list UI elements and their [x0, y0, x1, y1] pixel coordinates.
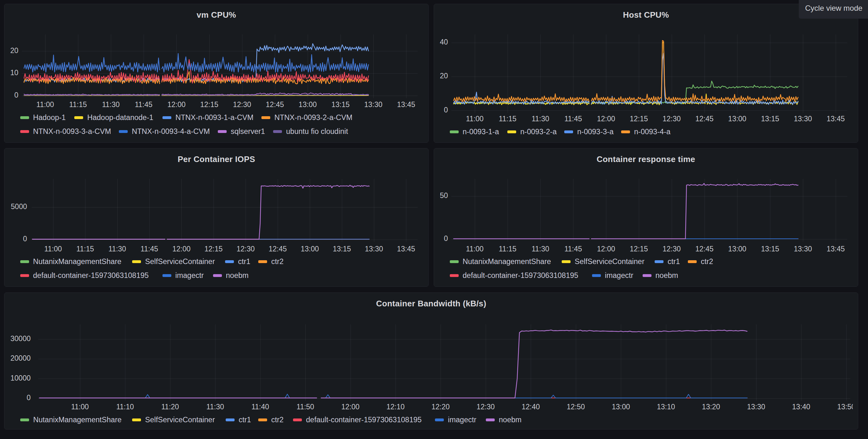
svg-text:12:15: 12:15 [630, 245, 648, 253]
svg-text:13:45: 13:45 [397, 245, 415, 253]
svg-text:13:30: 13:30 [364, 100, 382, 109]
svg-text:12:30: 12:30 [662, 245, 681, 253]
svg-text:12:45: 12:45 [269, 245, 287, 253]
svg-text:11:00: 11:00 [71, 403, 89, 411]
svg-text:12:45: 12:45 [695, 245, 714, 253]
svg-text:13:30: 13:30 [794, 115, 812, 123]
svg-text:12:45: 12:45 [266, 100, 284, 109]
svg-text:10: 10 [10, 69, 18, 77]
svg-text:13:10: 13:10 [657, 403, 675, 411]
svg-text:11:30: 11:30 [532, 245, 549, 253]
svg-text:20: 20 [440, 72, 448, 80]
svg-text:13:30: 13:30 [365, 245, 383, 253]
svg-text:12:00: 12:00 [341, 403, 360, 411]
svg-text:13:00: 13:00 [728, 115, 747, 123]
svg-text:11:00: 11:00 [466, 245, 484, 253]
svg-text:13:50: 13:50 [837, 403, 853, 411]
svg-text:5000: 5000 [11, 202, 27, 211]
svg-text:13:15: 13:15 [761, 245, 779, 253]
svg-text:13:45: 13:45 [827, 115, 845, 123]
svg-text:11:15: 11:15 [499, 115, 517, 123]
svg-text:13:00: 13:00 [612, 403, 630, 411]
svg-text:11:45: 11:45 [135, 100, 152, 109]
svg-text:40: 40 [440, 38, 448, 46]
svg-text:13:45: 13:45 [397, 100, 415, 109]
svg-text:12:15: 12:15 [200, 100, 218, 109]
svg-text:12:00: 12:00 [172, 245, 191, 253]
svg-text:0: 0 [27, 394, 31, 402]
svg-text:12:30: 12:30 [477, 403, 495, 411]
svg-text:0: 0 [14, 91, 18, 99]
svg-text:13:00: 13:00 [299, 100, 317, 109]
svg-text:11:45: 11:45 [564, 245, 582, 253]
svg-text:11:45: 11:45 [564, 115, 582, 123]
svg-text:11:30: 11:30 [108, 245, 126, 253]
svg-text:12:30: 12:30 [233, 100, 251, 109]
svg-text:12:20: 12:20 [431, 403, 450, 411]
svg-text:11:10: 11:10 [116, 403, 134, 411]
svg-text:12:00: 12:00 [597, 115, 615, 123]
svg-text:11:15: 11:15 [76, 245, 94, 253]
svg-text:20: 20 [10, 46, 18, 55]
svg-text:13:15: 13:15 [331, 100, 350, 109]
svg-text:20000: 20000 [10, 354, 31, 362]
svg-text:11:30: 11:30 [207, 403, 224, 411]
svg-text:13:00: 13:00 [301, 245, 319, 253]
svg-text:13:30: 13:30 [794, 245, 812, 253]
svg-text:11:50: 11:50 [297, 403, 314, 411]
svg-text:50: 50 [440, 192, 448, 200]
svg-text:11:40: 11:40 [251, 403, 269, 411]
svg-text:12:10: 12:10 [386, 403, 405, 411]
svg-text:0: 0 [444, 106, 448, 114]
svg-text:11:00: 11:00 [44, 245, 62, 253]
svg-text:12:15: 12:15 [205, 245, 223, 253]
svg-text:11:30: 11:30 [102, 100, 120, 109]
svg-text:13:30: 13:30 [747, 403, 765, 411]
svg-text:12:45: 12:45 [695, 115, 714, 123]
svg-text:11:20: 11:20 [161, 403, 179, 411]
svg-text:12:15: 12:15 [630, 115, 648, 123]
svg-text:10000: 10000 [10, 374, 31, 382]
svg-text:13:00: 13:00 [728, 245, 747, 253]
svg-text:11:45: 11:45 [141, 245, 158, 253]
svg-text:12:00: 12:00 [167, 100, 186, 109]
svg-text:11:00: 11:00 [36, 100, 54, 109]
svg-text:0: 0 [444, 234, 448, 242]
svg-text:12:30: 12:30 [237, 245, 255, 253]
svg-text:13:15: 13:15 [333, 245, 351, 253]
svg-text:11:15: 11:15 [499, 245, 517, 253]
svg-text:12:00: 12:00 [597, 245, 615, 253]
svg-text:13:20: 13:20 [702, 403, 720, 411]
svg-text:12:50: 12:50 [567, 403, 585, 411]
svg-text:11:15: 11:15 [69, 100, 87, 109]
svg-text:11:00: 11:00 [466, 115, 484, 123]
svg-text:13:45: 13:45 [827, 245, 845, 253]
svg-text:12:40: 12:40 [522, 403, 540, 411]
svg-text:12:30: 12:30 [662, 115, 681, 123]
svg-text:13:15: 13:15 [761, 115, 779, 123]
svg-text:30000: 30000 [10, 334, 31, 343]
svg-text:11:30: 11:30 [532, 115, 549, 123]
svg-text:0: 0 [23, 235, 27, 243]
svg-text:13:40: 13:40 [792, 403, 810, 411]
